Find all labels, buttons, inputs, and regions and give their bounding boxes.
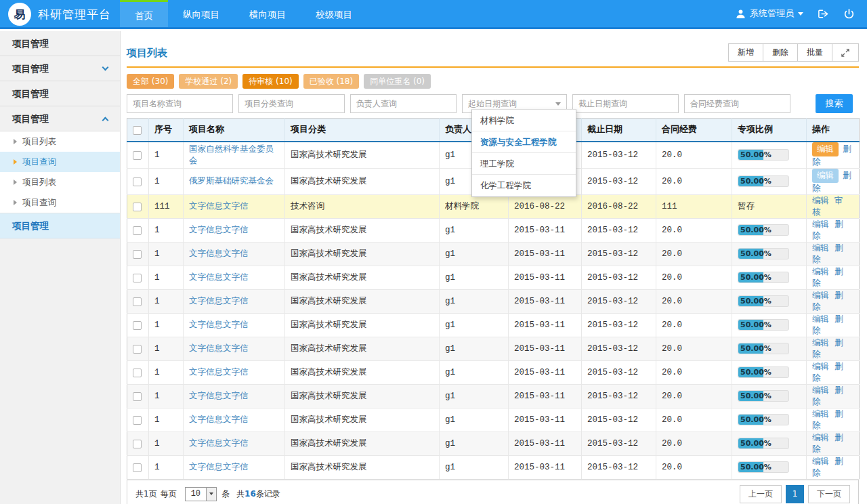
project-name-cell[interactable]: 文字信息文字信	[184, 289, 285, 313]
row-checkbox-cell	[127, 360, 149, 384]
row-checkbox[interactable]	[133, 226, 142, 235]
row-checkbox[interactable]	[133, 440, 142, 448]
current-page-button[interactable]: 1	[786, 485, 804, 503]
edit-action[interactable]: 编辑	[812, 385, 829, 395]
edit-action[interactable]: 编辑	[812, 361, 829, 371]
column-header[interactable]: 序号	[149, 119, 184, 142]
search-input[interactable]	[572, 94, 679, 113]
user-name: 系统管理员	[750, 7, 794, 20]
top-nav-tab[interactable]: 横向项目	[234, 0, 301, 27]
progress-bar: 50.00%	[738, 390, 789, 402]
select-all-checkbox[interactable]	[133, 126, 142, 135]
project-name-cell[interactable]: 文字信息文字信	[184, 360, 285, 384]
user-menu[interactable]: 系统管理员	[736, 7, 803, 20]
chevron-down-icon	[206, 488, 216, 501]
project-name-cell[interactable]: 文字信息文字信	[184, 218, 285, 242]
top-nav-tab[interactable]: 首页	[120, 0, 168, 27]
project-name-cell[interactable]: 文字信息文字信	[184, 313, 285, 337]
row-checkbox[interactable]	[133, 151, 142, 160]
project-name-cell[interactable]: 文字信息文字信	[184, 242, 285, 266]
category-cell: 国家高技术研究发展	[285, 289, 440, 313]
dropdown-item[interactable]: 理工学院	[472, 153, 576, 175]
project-name-cell[interactable]: 文字信息文字信	[184, 455, 285, 479]
sidebar-item[interactable]: 项目列表	[0, 131, 120, 152]
toolbar-button[interactable]: 批量	[797, 43, 832, 62]
project-name-cell[interactable]: 俄罗斯基础研究基金会	[184, 168, 285, 194]
column-header[interactable]: 合同经费	[656, 119, 732, 142]
power-icon[interactable]	[843, 8, 855, 20]
per-page-select[interactable]: 10	[185, 487, 217, 501]
edit-action[interactable]: 编辑	[812, 408, 829, 419]
sidebar-group[interactable]: 项目管理	[0, 56, 120, 81]
expand-icon[interactable]	[832, 43, 859, 62]
progress-value: 50.00%	[740, 415, 771, 424]
edit-action[interactable]: 编辑	[812, 456, 829, 466]
edit-action[interactable]: 编辑	[812, 337, 829, 348]
edit-action[interactable]: 编辑	[812, 195, 829, 205]
row-checkbox[interactable]	[133, 203, 142, 211]
edit-action[interactable]: 编辑	[812, 432, 829, 442]
edit-action[interactable]: 编辑	[812, 142, 839, 156]
row-checkbox[interactable]	[133, 369, 142, 377]
column-header[interactable]: 专项比例	[732, 119, 807, 142]
edit-action[interactable]: 编辑	[812, 169, 839, 183]
column-header[interactable]: 项目分类	[285, 119, 440, 142]
project-name-cell[interactable]: 国家自然科学基金委员会	[184, 142, 285, 169]
column-header[interactable]: 截止日期	[582, 119, 656, 142]
seq-cell: 1	[149, 289, 184, 313]
column-header[interactable]: 项目名称	[184, 119, 285, 142]
top-nav-tab[interactable]: 纵向项目	[168, 0, 234, 27]
row-checkbox[interactable]	[133, 297, 142, 306]
sidebar-item[interactable]: 项目查询	[0, 192, 120, 213]
project-name-cell[interactable]: 文字信息文字信	[184, 384, 285, 408]
edit-action[interactable]: 编辑	[812, 243, 829, 253]
column-header[interactable]: 操作	[807, 119, 860, 142]
dropdown-item[interactable]: 化学工程学院	[472, 175, 576, 196]
edit-action[interactable]: 编辑	[812, 266, 829, 276]
edit-action[interactable]: 编辑	[812, 314, 829, 324]
project-name-cell[interactable]: 文字信息文字信	[184, 408, 285, 432]
project-name-cell[interactable]: 文字信息文字信	[184, 194, 285, 218]
row-checkbox[interactable]	[133, 274, 142, 282]
project-name-cell[interactable]: 文字信息文字信	[184, 432, 285, 455]
top-nav-tab[interactable]: 校级项目	[301, 0, 367, 27]
filter-tag[interactable]: 全部 (30)	[127, 74, 174, 89]
prev-page-button[interactable]: 上一页	[740, 485, 782, 503]
sidebar-group[interactable]: 项目管理	[0, 213, 120, 238]
records-text: 共16条记录	[236, 488, 280, 500]
row-checkbox[interactable]	[133, 345, 142, 354]
row-checkbox[interactable]	[133, 416, 142, 425]
search-button[interactable]: 搜索	[816, 94, 853, 113]
dropdown-item[interactable]: 材料学院	[472, 110, 576, 131]
progress-bar: 50.00%	[738, 366, 789, 378]
next-page-button[interactable]: 下一页	[808, 485, 850, 503]
project-name-cell[interactable]: 文字信息文字信	[184, 337, 285, 360]
search-input[interactable]	[127, 94, 233, 113]
row-checkbox[interactable]	[133, 321, 142, 330]
sidebar-group[interactable]: 项目管理	[0, 81, 120, 106]
edit-action[interactable]: 编辑	[812, 290, 829, 300]
sidebar-group[interactable]: 项目管理	[0, 106, 120, 131]
filter-tag[interactable]: 已验收 (18)	[303, 74, 359, 89]
dropdown-item[interactable]: 资源与安全工程学院	[472, 131, 576, 153]
toolbar-button[interactable]: 删除	[763, 43, 798, 62]
sidebar-item-label: 项目查询	[22, 156, 56, 168]
sidebar-item[interactable]: 项目查询	[0, 152, 120, 172]
search-input[interactable]	[684, 94, 790, 113]
edit-action[interactable]: 编辑	[812, 219, 829, 229]
filter-tag[interactable]: 学校通过 (2)	[179, 74, 238, 89]
search-input[interactable]	[350, 94, 457, 113]
row-checkbox[interactable]	[133, 463, 142, 472]
logout-icon[interactable]	[817, 8, 830, 20]
filter-tag[interactable]: 同单位重名 (0)	[364, 74, 431, 89]
row-checkbox[interactable]	[133, 392, 142, 401]
sidebar-item[interactable]: 项目列表	[0, 172, 120, 192]
sidebar-group[interactable]: 项目管理	[0, 31, 120, 56]
row-checkbox[interactable]	[133, 177, 142, 186]
search-input[interactable]	[238, 94, 345, 113]
toolbar-button[interactable]: 新增	[728, 43, 763, 62]
filter-tag[interactable]: 待审核 (10)	[242, 74, 298, 89]
row-checkbox[interactable]	[133, 250, 142, 259]
project-name-cell[interactable]: 文字信息文字信	[184, 266, 285, 289]
sidebar-item-label: 项目列表	[22, 136, 56, 148]
